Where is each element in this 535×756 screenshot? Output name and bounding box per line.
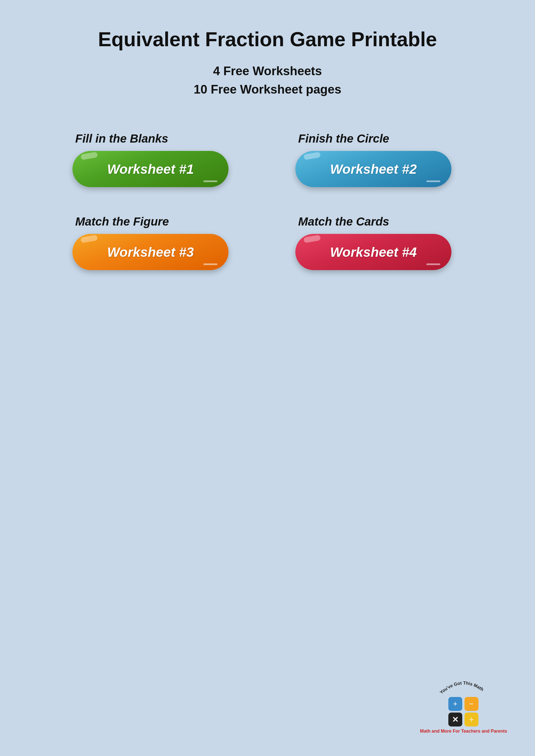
page-title: Equivalent Fraction Game Printable bbox=[98, 28, 437, 51]
worksheet-button-4[interactable]: Worksheet #4 bbox=[296, 234, 451, 270]
subtitle: 4 Free Worksheets 10 Free Worksheet page… bbox=[194, 62, 341, 98]
logo-tagline-text: Math and More For Teachers and Parents bbox=[420, 729, 507, 734]
logo-icons-grid: + − ✕ ÷ bbox=[448, 697, 479, 726]
worksheet-button-4-text: Worksheet #4 bbox=[330, 245, 417, 260]
worksheet-cell-1: Fill in the Blanks Worksheet #1 bbox=[72, 132, 239, 187]
worksheet-cell-4: Match the Cards Worksheet #4 bbox=[296, 215, 463, 270]
subtitle-line1: 4 Free Worksheets bbox=[194, 62, 341, 80]
subtitle-line2: 10 Free Worksheet pages bbox=[194, 80, 341, 98]
worksheet-cell-3: Match the Figure Worksheet #3 bbox=[72, 215, 239, 270]
logo-icon-multiply: ✕ bbox=[448, 713, 462, 726]
worksheet-cell-2: Finish the Circle Worksheet #2 bbox=[296, 132, 463, 187]
logo-icon-minus: − bbox=[465, 697, 478, 711]
bottom-logo: You've Got This Math + − ✕ ÷ Math and Mo… bbox=[420, 678, 507, 734]
worksheet-label-3: Match the Figure bbox=[75, 215, 169, 228]
worksheet-button-2[interactable]: Worksheet #2 bbox=[296, 151, 451, 187]
worksheet-button-1-text: Worksheet #1 bbox=[107, 161, 194, 177]
worksheet-label-2: Finish the Circle bbox=[298, 132, 389, 145]
worksheets-grid: Fill in the Blanks Worksheet #1 Finish t… bbox=[72, 132, 463, 270]
logo-icon-plus: + bbox=[448, 697, 462, 711]
svg-text:You've Got This Math: You've Got This Math bbox=[439, 681, 485, 695]
worksheet-button-2-text: Worksheet #2 bbox=[330, 161, 417, 177]
logo-icon-divide: ÷ bbox=[465, 713, 478, 726]
logo-curved-text-svg: You've Got This Math bbox=[438, 678, 489, 697]
worksheet-label-1: Fill in the Blanks bbox=[75, 132, 168, 145]
worksheet-button-3[interactable]: Worksheet #3 bbox=[72, 234, 229, 270]
worksheet-label-4: Match the Cards bbox=[298, 215, 389, 228]
worksheet-button-3-text: Worksheet #3 bbox=[107, 245, 194, 260]
logo-tagline: Math and More For Teachers and Parents bbox=[420, 729, 507, 734]
worksheet-button-1[interactable]: Worksheet #1 bbox=[72, 151, 229, 187]
